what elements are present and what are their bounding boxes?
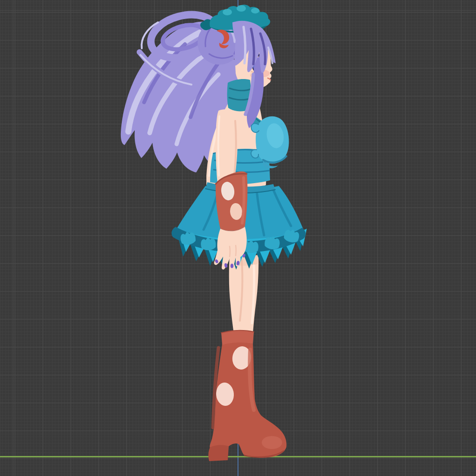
boot-heel	[208, 445, 229, 461]
arm-warmer	[216, 172, 248, 233]
viewport-3d[interactable]	[0, 0, 476, 476]
legs	[229, 255, 259, 334]
boot	[208, 331, 286, 461]
character-model[interactable]	[0, 0, 476, 476]
